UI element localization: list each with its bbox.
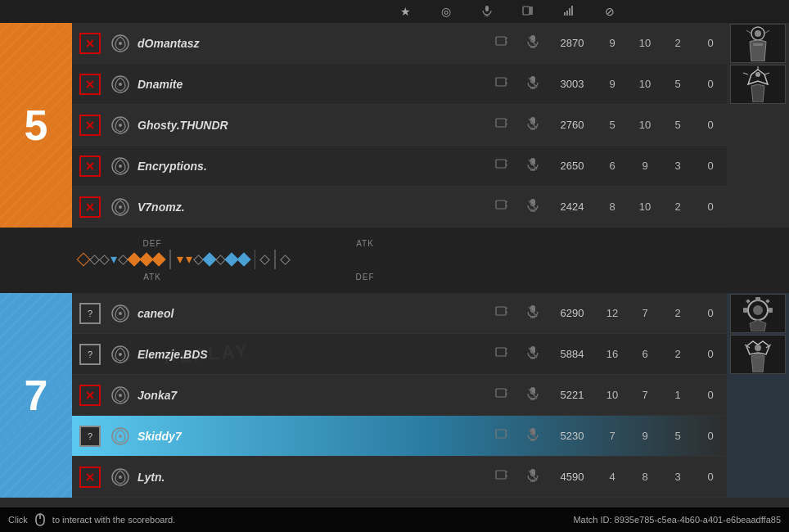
atk-label-bottom: ATK [79,273,226,282]
svg-rect-3 [523,7,530,15]
svg-rect-6 [564,12,566,16]
team7-badge: 7 [0,293,72,498]
stat-assists: 2 [661,348,694,360]
stat-score: 5230 [548,430,596,442]
avatar [108,342,133,367]
stat-kills: 10 [596,389,629,401]
header-icon-mic [467,5,507,19]
stat-extra: 0 [694,78,727,90]
svg-rect-47 [496,160,506,168]
stat-kills: 16 [596,348,629,360]
stat-extra: 0 [694,348,727,360]
atk-skull-orange: ▾ [177,253,183,266]
mic-cell [517,76,548,92]
stat-extra: 0 [694,430,727,442]
stat-assists: 5 [661,119,694,131]
svg-rect-105 [496,430,506,438]
stat-kills: 4 [596,471,629,483]
action-cell [486,386,517,404]
player-row: Lytn. 4590 4 8 3 0 [72,457,727,498]
stat-assists: 2 [661,37,694,49]
action-cell [486,198,517,216]
stat-deaths: 10 [629,201,661,213]
player-name: Encryptions. [138,160,486,173]
stat-deaths: 7 [629,389,661,401]
avatar [108,154,133,178]
round-separator3 [274,250,276,269]
rank-icon [75,385,105,406]
stat-extra: 0 [694,37,727,49]
svg-rect-127 [743,308,747,313]
header-icon-block: ⊘ [589,5,630,18]
round-dot-filled [152,253,166,267]
team5-badge: 5 [0,23,72,228]
svg-point-13 [119,42,122,45]
match-id: Match ID: 8935e785-c5ea-4b60-a401-e6beaa… [573,515,781,525]
rank-icon: ? [75,303,105,324]
stat-score: 5884 [548,348,596,360]
stat-score: 2424 [548,201,596,213]
mic-cell [517,428,548,444]
team7-ops [727,293,789,498]
header-icon-target: ◎ [426,5,467,18]
stat-kills: 9 [596,37,629,49]
mic-cell [517,305,548,322]
player-row: ? Skiddy7 5230 7 9 [72,416,727,457]
svg-point-104 [119,435,122,438]
stat-deaths: 6 [629,348,661,360]
svg-rect-76 [496,307,506,315]
rank-icon [75,196,105,218]
header-icon-score: ★ [385,5,426,18]
svg-point-66 [755,30,761,37]
svg-rect-129 [746,299,751,304]
round-dots-team5: ▾ ▾ ▾ [79,250,720,269]
svg-rect-9 [571,6,573,16]
svg-rect-0 [485,6,489,11]
op-portrait-1 [730,24,786,63]
stat-kills: 7 [596,430,629,442]
stat-score: 3003 [548,78,596,90]
avatar [108,113,133,138]
round-dot [280,255,291,265]
def-label-bottom: DEF [291,273,439,282]
rank-icon [75,33,105,54]
svg-rect-25 [496,78,506,86]
player-row: Dnamite 3003 9 10 5 0 [72,64,727,105]
round-separator2 [255,250,256,269]
player-name: Skiddy7 [138,430,486,443]
click-text: Click [8,515,28,525]
player-row: ? caneol 6290 12 7 [72,293,727,334]
rank-icon [75,467,105,488]
stat-score: 4590 [548,471,596,483]
player-name: Ghosty.THUNDR [138,119,486,132]
stat-kills: 5 [596,119,629,131]
svg-rect-128 [769,308,773,313]
player-row: V7nomz. 2424 8 10 2 0 [72,187,727,228]
svg-rect-8 [569,8,570,16]
header-row: ★ ◎ [0,0,789,23]
rounds-section: DEF ATK ▾ ▾ ▾ [0,228,789,293]
svg-rect-58 [496,201,506,209]
round-dot [99,255,110,265]
svg-rect-116 [496,471,506,479]
round-dot [259,255,270,265]
round-dot-blue [224,253,238,267]
stat-assists: 2 [661,201,694,213]
svg-point-84 [119,353,122,356]
svg-point-70 [755,72,760,77]
action-cell [486,427,517,445]
header-icon-signal [548,5,589,19]
stat-extra: 0 [694,307,727,319]
player-row: Jonka7 5221 10 7 1 0 [72,375,727,416]
mic-cell [517,199,548,215]
stat-deaths: 9 [629,430,661,442]
action-cell [486,468,517,486]
stat-assists: 5 [661,430,694,442]
stat-kills: 8 [596,201,629,213]
rank-icon [75,115,105,136]
stat-assists: 1 [661,389,694,401]
stat-score: 2870 [548,37,596,49]
mic-cell [517,387,548,404]
player-row: Ghosty.THUNDR 2760 5 10 5 0 [72,105,727,146]
svg-rect-85 [496,348,506,356]
